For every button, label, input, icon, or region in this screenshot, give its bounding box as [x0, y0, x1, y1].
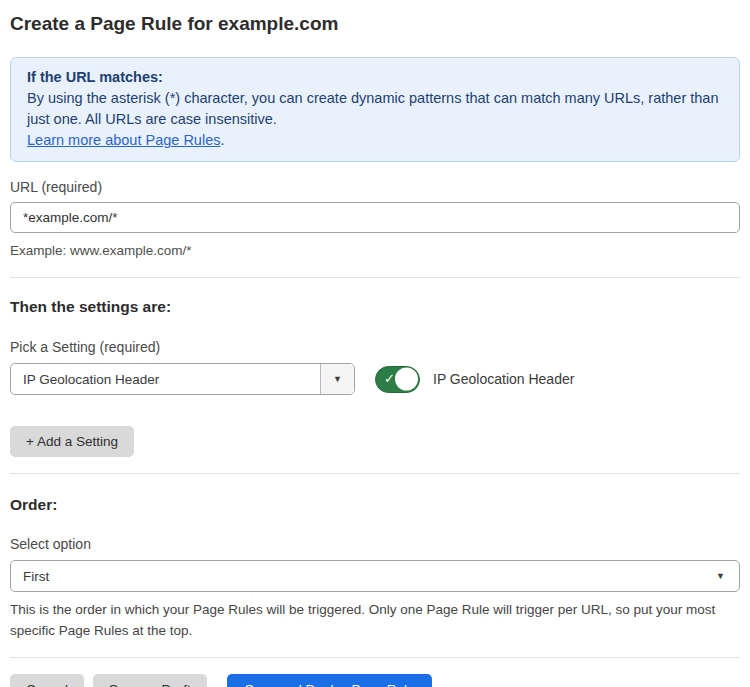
- info-box-body: By using the asterisk (*) character, you…: [27, 88, 723, 130]
- toggle-knob: [395, 368, 418, 391]
- pick-setting-label: Pick a Setting (required): [10, 339, 740, 355]
- add-setting-button[interactable]: + Add a Setting: [10, 426, 134, 457]
- footer-actions: Cancel Save as Draft Save and Deploy Pag…: [10, 674, 740, 687]
- toggle-label: IP Geolocation Header: [433, 371, 574, 387]
- learn-more-page-rules-link[interactable]: Learn more about Page Rules: [27, 132, 220, 148]
- url-example-hint: Example: www.example.com/*: [10, 240, 740, 261]
- order-select-dropdown[interactable]: First ▼: [10, 560, 740, 592]
- order-section-heading: Order:: [10, 496, 740, 514]
- setting-row: IP Geolocation Header ▼ ✓ IP Geolocation…: [10, 363, 740, 395]
- setting-select-arrow-button[interactable]: ▼: [320, 364, 354, 394]
- url-label: URL (required): [10, 179, 740, 195]
- create-page-rule-form: Create a Page Rule for example.com If th…: [0, 12, 750, 687]
- footer-divider: [10, 657, 740, 658]
- setting-select-value: IP Geolocation Header: [11, 372, 159, 387]
- caret-down-icon: ▼: [333, 375, 342, 384]
- setting-select-dropdown[interactable]: IP Geolocation Header ▼: [10, 363, 355, 395]
- link-period: .: [220, 132, 224, 148]
- select-option-label: Select option: [10, 536, 740, 552]
- order-help-text: This is the order in which your Page Rul…: [10, 599, 740, 641]
- page-title: Create a Page Rule for example.com: [10, 12, 740, 36]
- caret-down-icon: ▼: [716, 572, 725, 581]
- cancel-button[interactable]: Cancel: [10, 674, 84, 687]
- url-match-info-box: If the URL matches: By using the asteris…: [10, 57, 740, 162]
- ip-geolocation-toggle[interactable]: ✓: [375, 366, 420, 393]
- section-divider: [10, 277, 740, 278]
- save-and-deploy-button[interactable]: Save and Deploy Page Rule: [227, 674, 433, 687]
- settings-section-heading: Then the settings are:: [10, 298, 740, 316]
- save-as-draft-button[interactable]: Save as Draft: [93, 674, 207, 687]
- url-input[interactable]: [10, 202, 740, 233]
- info-box-heading: If the URL matches:: [27, 67, 723, 88]
- order-select-value: First: [23, 569, 49, 584]
- check-icon: ✓: [384, 372, 395, 385]
- section-divider: [10, 473, 740, 474]
- info-link-row: Learn more about Page Rules.: [27, 130, 723, 151]
